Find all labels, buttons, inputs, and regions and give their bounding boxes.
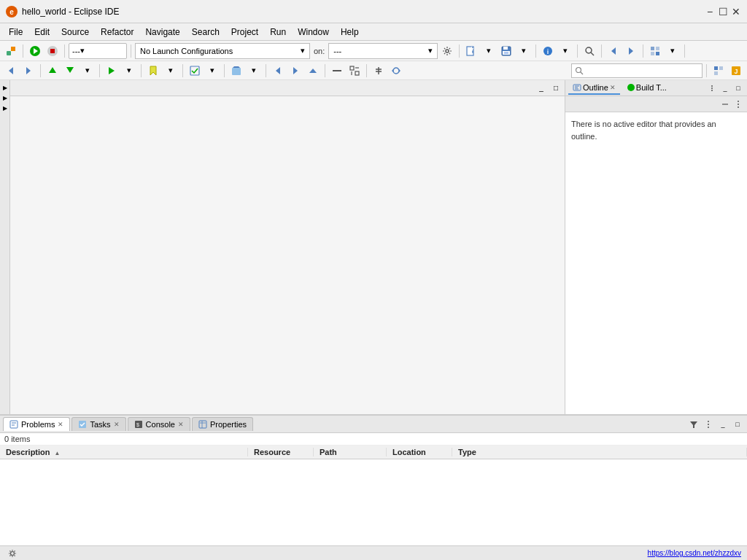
prev-button2[interactable] xyxy=(270,63,286,79)
open-resource-btn[interactable] xyxy=(228,63,244,79)
next-edit-button[interactable] xyxy=(623,43,639,59)
svg-rect-69 xyxy=(10,421,18,428)
svg-line-52 xyxy=(581,71,584,74)
menu-run[interactable]: Run xyxy=(264,26,292,39)
svg-marker-24 xyxy=(629,47,633,55)
svg-point-8 xyxy=(446,50,449,52)
prev-anno-button[interactable] xyxy=(44,63,61,79)
perspective-button[interactable] xyxy=(647,43,663,59)
next-button2[interactable] xyxy=(287,63,303,79)
right-panel-minimize-button[interactable]: _ xyxy=(719,82,731,94)
right-panel-view-menu-button[interactable] xyxy=(706,82,718,94)
svg-rect-41 xyxy=(333,70,341,71)
expand-button[interactable] xyxy=(347,63,363,79)
status-icon-button[interactable] xyxy=(6,547,19,560)
search-box[interactable] xyxy=(571,63,703,78)
run2-button[interactable] xyxy=(104,63,120,79)
prev-edit-button[interactable] xyxy=(605,43,622,59)
back-button[interactable] xyxy=(3,63,19,79)
search-tb-button[interactable] xyxy=(581,43,597,59)
menu-refactor[interactable]: Refactor xyxy=(95,26,139,39)
anno-dropdown[interactable]: ▾ xyxy=(80,63,96,79)
col-location[interactable]: Location xyxy=(387,448,452,456)
task-button[interactable] xyxy=(187,63,203,79)
perspectives-button[interactable] xyxy=(711,63,727,79)
bottom-maximize-button[interactable]: □ xyxy=(731,418,744,431)
left-icon-1[interactable]: ▶ xyxy=(1,83,9,92)
bookmark-dropdown[interactable]: ▾ xyxy=(163,63,179,79)
dash-dropdown[interactable]: --- ▾ xyxy=(69,43,127,59)
svg-point-67 xyxy=(738,104,739,105)
menu-help[interactable]: Help xyxy=(335,26,365,39)
publish-dropdown[interactable]: ▾ xyxy=(557,43,573,59)
outline-tab-close[interactable]: ✕ xyxy=(610,84,616,91)
bookmark-button[interactable] xyxy=(145,63,161,79)
menu-search[interactable]: Search xyxy=(186,26,225,39)
col-description[interactable]: Description ▲ xyxy=(0,448,248,456)
console-tab[interactable]: $ Console ✕ xyxy=(128,417,190,431)
editor-minimize-button[interactable]: _ xyxy=(535,82,547,94)
save-button[interactable] xyxy=(498,43,514,59)
right-collapse-btn[interactable] xyxy=(719,98,731,110)
outline-tab[interactable]: Outline ✕ xyxy=(568,82,620,95)
launch-settings-button[interactable] xyxy=(439,43,455,59)
bottom-tab-controls: _ □ xyxy=(687,418,744,431)
run2-dropdown[interactable]: ▾ xyxy=(121,63,137,79)
next-anno-button[interactable] xyxy=(62,63,78,79)
open-button[interactable]: ▾ xyxy=(481,43,497,59)
task-dropdown[interactable]: ▾ xyxy=(204,63,220,79)
perspective-open-button[interactable]: ▾ xyxy=(665,43,681,59)
menu-project[interactable]: Project xyxy=(225,26,264,39)
menu-window[interactable]: Window xyxy=(292,26,335,39)
publish-button[interactable]: i xyxy=(540,43,556,59)
menu-navigate[interactable]: Navigate xyxy=(139,26,185,39)
left-icon-3[interactable]: ▶ xyxy=(1,104,9,112)
menu-source[interactable]: Source xyxy=(55,26,95,39)
on-dropdown[interactable]: --- ▾ xyxy=(328,43,438,59)
run-button[interactable] xyxy=(27,43,43,59)
editor-maximize-button[interactable]: □ xyxy=(550,82,562,94)
col-resource[interactable]: Resource xyxy=(248,448,314,456)
right-menu-btn[interactable] xyxy=(732,98,744,110)
bottom-minimize-button[interactable]: _ xyxy=(716,418,729,431)
right-panel-content: There is no active editor that provides … xyxy=(565,112,747,414)
tasks-tab[interactable]: Tasks ✕ xyxy=(71,417,125,431)
maximize-button[interactable]: ☐ xyxy=(718,7,728,17)
up-button[interactable] xyxy=(305,63,321,79)
pin-button[interactable] xyxy=(371,63,387,79)
problems-tab[interactable]: Problems ✕ xyxy=(3,417,70,431)
collapse-button[interactable] xyxy=(329,63,345,79)
stop-button[interactable] xyxy=(44,43,61,59)
sep-t2-2 xyxy=(99,64,100,77)
properties-tab[interactable]: Properties xyxy=(192,417,253,431)
forward-button[interactable] xyxy=(20,63,36,79)
console-tab-close[interactable]: ✕ xyxy=(178,421,184,428)
tasks-tab-close[interactable]: ✕ xyxy=(114,421,120,428)
filter-button[interactable] xyxy=(687,418,700,431)
svg-marker-3 xyxy=(11,47,15,51)
launch-config-dropdown[interactable]: No Launch Configurations ▾ xyxy=(135,43,310,59)
bottom-view-menu-button[interactable] xyxy=(702,418,715,431)
new-button[interactable] xyxy=(463,43,479,59)
menu-edit[interactable]: Edit xyxy=(28,26,55,39)
editor-content xyxy=(10,96,565,414)
menu-file[interactable]: File xyxy=(3,26,28,39)
col-type[interactable]: Type xyxy=(452,448,747,456)
svg-marker-50 xyxy=(392,69,393,72)
external-tools-button[interactable] xyxy=(3,43,19,59)
sync-button[interactable] xyxy=(388,63,404,79)
open-resource-dropdown[interactable]: ▾ xyxy=(246,63,262,79)
status-link[interactable]: https://blog.csdn.net/zhzzdxv xyxy=(648,549,741,557)
right-panel-maximize-button[interactable]: □ xyxy=(732,82,744,94)
java-perspective-button[interactable]: J xyxy=(728,63,744,79)
left-icon-2[interactable]: ▶ xyxy=(1,93,9,102)
col-path[interactable]: Path xyxy=(314,448,387,456)
svg-rect-43 xyxy=(355,71,359,75)
problems-tab-label: Problems xyxy=(21,420,55,429)
close-button[interactable]: ✕ xyxy=(731,7,741,17)
sep-t2-5 xyxy=(224,64,225,77)
problems-tab-close[interactable]: ✕ xyxy=(58,421,63,428)
build-tab[interactable]: Build T... xyxy=(623,82,671,95)
minimize-button[interactable]: − xyxy=(705,7,715,17)
save-all-button[interactable]: ▾ xyxy=(516,43,532,59)
